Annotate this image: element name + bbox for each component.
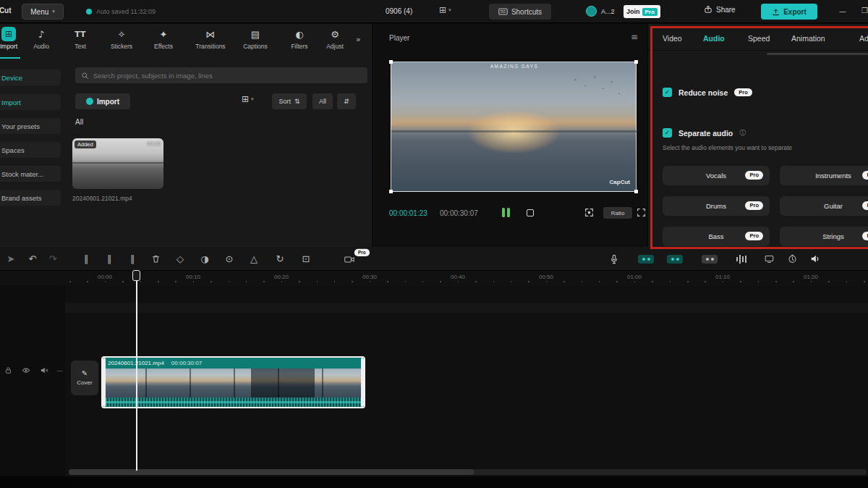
share-icon: [704, 5, 712, 14]
tabs-divider: [648, 50, 868, 51]
trim-handle-left[interactable]: [103, 358, 106, 407]
tab-audio[interactable]: ♪ Audio: [24, 28, 59, 50]
media-card[interactable]: Added 00:30: [72, 138, 163, 189]
chevron-down-icon: ▾: [448, 8, 451, 13]
stem-vocals-button[interactable]: VocalsPro: [663, 166, 770, 185]
speed-icon[interactable]: ⊙: [221, 247, 237, 271]
project-title: 0906 (4): [386, 7, 412, 15]
sidebar-item-your-presets[interactable]: Your presets: [0, 118, 61, 134]
all-filter-button[interactable]: All: [312, 93, 333, 109]
rotate-icon[interactable]: ↻: [272, 247, 288, 271]
select-tool-icon[interactable]: ➤: [3, 247, 19, 271]
more-tabs-icon[interactable]: »: [356, 35, 361, 43]
track-lock-icon[interactable]: [4, 366, 12, 374]
tab-transitions[interactable]: ⋈ Transitions: [189, 28, 232, 50]
fullscreen-icon[interactable]: [637, 208, 646, 217]
scrollbar-thumb[interactable]: [69, 469, 474, 475]
track-mute-icon[interactable]: [40, 366, 48, 374]
tab-text[interactable]: TT Text: [63, 28, 98, 50]
timer-icon[interactable]: [784, 247, 800, 271]
crop-icon[interactable]: ⊡: [298, 247, 314, 271]
stem-bass-button[interactable]: BassPro: [663, 227, 770, 246]
sidebar-item-import[interactable]: Import: [0, 94, 61, 110]
tab-speed[interactable]: Speed: [748, 34, 770, 43]
avatar[interactable]: [586, 6, 597, 17]
step-frame-button[interactable]: [527, 209, 534, 216]
join-pro-button[interactable]: Join Pro: [624, 5, 660, 18]
info-icon[interactable]: ⓘ: [739, 130, 746, 136]
voiceover-mic-icon[interactable]: [606, 247, 622, 271]
tab-animation[interactable]: Animation: [791, 34, 825, 43]
audio-wave-icon[interactable]: [736, 255, 746, 264]
delete-right-icon[interactable]: ∥: [124, 247, 140, 271]
playhead-handle[interactable]: [132, 270, 140, 281]
export-button[interactable]: Export: [761, 4, 817, 20]
resize-handle[interactable]: [389, 190, 393, 193]
resize-handle[interactable]: [634, 190, 638, 193]
stem-instruments-button[interactable]: InstrumentsPro: [780, 166, 868, 185]
redo-icon[interactable]: ↷: [45, 247, 61, 271]
shortcuts-button[interactable]: Shortcuts: [489, 4, 551, 20]
sidebar-item-stock-materials[interactable]: Stock mater...: [0, 166, 61, 182]
ratio-button[interactable]: Ratio: [603, 207, 632, 219]
undo-icon[interactable]: ↶: [25, 247, 41, 271]
stem-strings-button[interactable]: StringsPro: [780, 227, 868, 246]
resize-handle[interactable]: [389, 60, 393, 64]
tab-adjust-props[interactable]: Adjust: [859, 34, 868, 43]
playhead-line[interactable]: [136, 281, 137, 471]
split-icon[interactable]: ∥: [78, 247, 94, 271]
sidebar-item-spaces[interactable]: Spaces: [0, 142, 61, 158]
reduce-noise-checkbox[interactable]: ✓: [663, 88, 672, 97]
stem-drums-button[interactable]: DrumsPro: [663, 196, 770, 216]
ruler-label: 01:00: [627, 274, 642, 280]
search-bar[interactable]: [75, 67, 367, 83]
view-mode-button[interactable]: ⊞ ▾: [242, 95, 254, 104]
separate-audio-checkbox[interactable]: ✓: [663, 128, 672, 138]
minimize-icon[interactable]: —: [839, 8, 846, 15]
preview-screen-icon[interactable]: [761, 247, 777, 271]
menu-button[interactable]: Menu ▾: [22, 4, 64, 20]
tab-audio-props[interactable]: Audio: [703, 34, 725, 43]
type-filter-button[interactable]: ⇵: [337, 93, 356, 109]
track-view-toggle-c[interactable]: [702, 255, 718, 264]
time-ruler[interactable]: 00:00 00:10 00:20 00:30 00:40 00:50 01:0…: [0, 271, 868, 285]
mask-icon[interactable]: ◑: [197, 247, 213, 271]
track-gutter: [0, 285, 65, 476]
track-more-icon[interactable]: —: [56, 368, 63, 374]
pause-button[interactable]: [502, 208, 510, 217]
tab-filters[interactable]: ◐ Filters: [282, 28, 317, 50]
mirror-icon[interactable]: △: [246, 247, 262, 271]
share-button[interactable]: Share: [704, 5, 736, 14]
delete-icon[interactable]: [148, 247, 163, 271]
resize-handle[interactable]: [634, 60, 638, 64]
tab-captions[interactable]: ▤ Captions: [238, 28, 273, 50]
tab-import[interactable]: ⊞ Import: [0, 28, 25, 50]
tab-video[interactable]: Video: [663, 34, 682, 43]
track-view-toggle-b[interactable]: [667, 255, 683, 264]
video-canvas[interactable]: AMAZING DAYS ⌄ ⌄ ⌄ ⌄ ⌄ ⌄ CapCut: [391, 62, 637, 192]
keyframe-icon[interactable]: ◇: [172, 247, 188, 271]
search-input[interactable]: [93, 72, 362, 80]
delete-left-icon[interactable]: ∥: [101, 247, 117, 271]
player-menu-icon[interactable]: ≡: [631, 33, 638, 41]
sidebar-item-brand-assets[interactable]: Brand assets: [0, 190, 61, 206]
tab-adjust[interactable]: ⚙ Adjust: [318, 28, 352, 50]
timeline-area[interactable]: — ✎ Cover 20240601.21021.mp4 00:00:30:07: [0, 285, 868, 476]
cover-button[interactable]: ✎ Cover: [71, 361, 98, 395]
stem-guitar-button[interactable]: GuitarPro: [780, 196, 868, 216]
tab-stickers[interactable]: ✧ Stickers: [104, 28, 139, 50]
trim-handle-right[interactable]: [361, 358, 364, 407]
stickers-icon: ✧: [118, 30, 126, 39]
track-hide-icon[interactable]: [22, 366, 30, 374]
track-view-toggle-a[interactable]: [638, 255, 654, 264]
maximize-icon[interactable]: ❐: [861, 7, 868, 14]
sort-button[interactable]: Sort ⇅: [272, 93, 307, 109]
import-media-button[interactable]: Import: [75, 93, 130, 109]
sidebar-item-device[interactable]: Device: [0, 70, 61, 85]
layout-switcher[interactable]: ⊞ ▾: [439, 6, 451, 14]
timeline-clip[interactable]: 20240601.21021.mp4 00:00:30:07: [101, 356, 365, 408]
volume-icon[interactable]: [807, 247, 823, 271]
fit-canvas-icon[interactable]: [584, 208, 594, 217]
scroll-indicator[interactable]: [767, 53, 868, 55]
tab-effects[interactable]: ✦ Effects: [146, 28, 181, 50]
